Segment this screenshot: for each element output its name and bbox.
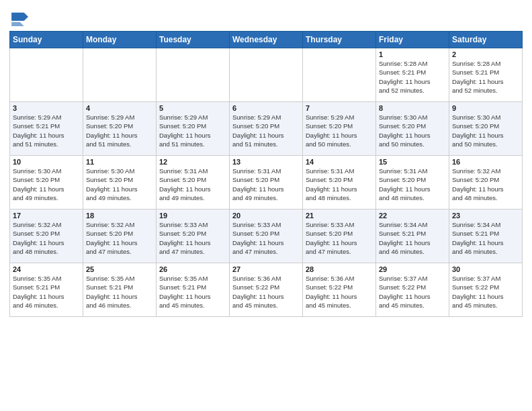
table-row: 19Sunrise: 5:33 AM Sunset: 5:20 PM Dayli… — [157, 210, 230, 263]
table-row: 12Sunrise: 5:31 AM Sunset: 5:20 PM Dayli… — [157, 156, 230, 210]
page: Sunday Monday Tuesday Wednesday Thursday… — [0, 0, 532, 411]
logo-icon — [9, 9, 28, 28]
day-number: 1 — [379, 50, 446, 58]
day-number: 18 — [86, 212, 153, 220]
day-number: 15 — [379, 158, 446, 166]
table-row: 20Sunrise: 5:33 AM Sunset: 5:20 PM Dayli… — [230, 210, 303, 263]
table-row: 15Sunrise: 5:31 AM Sunset: 5:20 PM Dayli… — [376, 156, 449, 210]
day-info: Sunrise: 5:28 AM Sunset: 5:21 PM Dayligh… — [379, 59, 446, 95]
day-number: 19 — [159, 212, 226, 220]
day-info: Sunrise: 5:36 AM Sunset: 5:22 PM Dayligh… — [232, 274, 300, 310]
table-row — [303, 48, 376, 102]
day-info: Sunrise: 5:28 AM Sunset: 5:21 PM Dayligh… — [452, 59, 519, 95]
calendar-row: 1Sunrise: 5:28 AM Sunset: 5:21 PM Daylig… — [10, 48, 523, 102]
day-number: 24 — [13, 265, 80, 273]
day-info: Sunrise: 5:30 AM Sunset: 5:20 PM Dayligh… — [379, 113, 446, 148]
table-row — [83, 48, 157, 102]
col-sunday: Sunday — [10, 32, 83, 48]
day-number: 14 — [306, 158, 373, 166]
day-info: Sunrise: 5:29 AM Sunset: 5:20 PM Dayligh… — [306, 113, 373, 148]
table-row: 2Sunrise: 5:28 AM Sunset: 5:21 PM Daylig… — [449, 48, 523, 102]
day-info: Sunrise: 5:35 AM Sunset: 5:21 PM Dayligh… — [86, 274, 153, 310]
day-number: 20 — [232, 212, 300, 220]
day-number: 26 — [159, 265, 226, 273]
day-number: 28 — [306, 265, 373, 273]
day-number: 13 — [232, 158, 300, 166]
table-row: 11Sunrise: 5:30 AM Sunset: 5:20 PM Dayli… — [83, 156, 157, 210]
table-row: 30Sunrise: 5:37 AM Sunset: 5:22 PM Dayli… — [449, 263, 523, 317]
day-number: 22 — [379, 212, 446, 220]
day-number: 30 — [452, 265, 519, 273]
day-info: Sunrise: 5:35 AM Sunset: 5:21 PM Dayligh… — [159, 274, 226, 310]
table-row: 21Sunrise: 5:33 AM Sunset: 5:20 PM Dayli… — [303, 210, 376, 263]
table-row: 9Sunrise: 5:30 AM Sunset: 5:20 PM Daylig… — [449, 102, 523, 156]
day-info: Sunrise: 5:29 AM Sunset: 5:20 PM Dayligh… — [159, 113, 226, 148]
svg-marker-2 — [11, 22, 24, 26]
calendar-row: 24Sunrise: 5:35 AM Sunset: 5:21 PM Dayli… — [10, 263, 523, 317]
table-row — [230, 48, 303, 102]
day-info: Sunrise: 5:29 AM Sunset: 5:21 PM Dayligh… — [13, 113, 80, 148]
header — [9, 7, 523, 28]
svg-marker-1 — [11, 13, 28, 21]
table-row: 29Sunrise: 5:37 AM Sunset: 5:22 PM Dayli… — [376, 263, 449, 317]
col-saturday: Saturday — [449, 32, 523, 48]
col-friday: Friday — [376, 32, 449, 48]
day-number: 16 — [452, 158, 519, 166]
calendar-header-row: Sunday Monday Tuesday Wednesday Thursday… — [10, 32, 523, 48]
day-number: 23 — [452, 212, 519, 220]
day-number: 7 — [306, 104, 373, 112]
day-number: 11 — [86, 158, 153, 166]
day-info: Sunrise: 5:30 AM Sunset: 5:20 PM Dayligh… — [86, 167, 153, 202]
table-row: 4Sunrise: 5:29 AM Sunset: 5:20 PM Daylig… — [83, 102, 157, 156]
calendar-table: Sunday Monday Tuesday Wednesday Thursday… — [9, 31, 523, 317]
col-tuesday: Tuesday — [157, 32, 230, 48]
table-row: 8Sunrise: 5:30 AM Sunset: 5:20 PM Daylig… — [376, 102, 449, 156]
day-number: 27 — [232, 265, 300, 273]
table-row: 3Sunrise: 5:29 AM Sunset: 5:21 PM Daylig… — [10, 102, 83, 156]
day-number: 25 — [86, 265, 153, 273]
day-number: 6 — [232, 104, 300, 112]
logo — [9, 9, 31, 28]
day-info: Sunrise: 5:37 AM Sunset: 5:22 PM Dayligh… — [452, 274, 519, 310]
day-info: Sunrise: 5:33 AM Sunset: 5:20 PM Dayligh… — [159, 220, 226, 256]
day-info: Sunrise: 5:31 AM Sunset: 5:20 PM Dayligh… — [306, 167, 373, 202]
day-number: 12 — [159, 158, 226, 166]
day-number: 2 — [452, 50, 519, 58]
table-row: 1Sunrise: 5:28 AM Sunset: 5:21 PM Daylig… — [376, 48, 449, 102]
col-monday: Monday — [83, 32, 157, 48]
day-info: Sunrise: 5:33 AM Sunset: 5:20 PM Dayligh… — [232, 220, 300, 256]
day-number: 21 — [306, 212, 373, 220]
table-row: 7Sunrise: 5:29 AM Sunset: 5:20 PM Daylig… — [303, 102, 376, 156]
day-info: Sunrise: 5:30 AM Sunset: 5:20 PM Dayligh… — [13, 167, 80, 202]
day-number: 4 — [86, 104, 153, 112]
day-info: Sunrise: 5:31 AM Sunset: 5:20 PM Dayligh… — [232, 167, 300, 202]
table-row: 14Sunrise: 5:31 AM Sunset: 5:20 PM Dayli… — [303, 156, 376, 210]
day-number: 9 — [452, 104, 519, 112]
day-info: Sunrise: 5:31 AM Sunset: 5:20 PM Dayligh… — [159, 167, 226, 202]
table-row: 25Sunrise: 5:35 AM Sunset: 5:21 PM Dayli… — [83, 263, 157, 317]
day-info: Sunrise: 5:36 AM Sunset: 5:22 PM Dayligh… — [306, 274, 373, 310]
table-row: 18Sunrise: 5:32 AM Sunset: 5:20 PM Dayli… — [83, 210, 157, 263]
table-row: 23Sunrise: 5:34 AM Sunset: 5:21 PM Dayli… — [449, 210, 523, 263]
day-info: Sunrise: 5:32 AM Sunset: 5:20 PM Dayligh… — [452, 167, 519, 202]
day-info: Sunrise: 5:37 AM Sunset: 5:22 PM Dayligh… — [379, 274, 446, 310]
table-row: 22Sunrise: 5:34 AM Sunset: 5:21 PM Dayli… — [376, 210, 449, 263]
calendar-row: 17Sunrise: 5:32 AM Sunset: 5:20 PM Dayli… — [10, 210, 523, 263]
table-row: 5Sunrise: 5:29 AM Sunset: 5:20 PM Daylig… — [157, 102, 230, 156]
day-number: 17 — [13, 212, 80, 220]
col-thursday: Thursday — [303, 32, 376, 48]
day-info: Sunrise: 5:29 AM Sunset: 5:20 PM Dayligh… — [232, 113, 300, 148]
table-row — [157, 48, 230, 102]
day-info: Sunrise: 5:29 AM Sunset: 5:20 PM Dayligh… — [86, 113, 153, 148]
day-info: Sunrise: 5:35 AM Sunset: 5:21 PM Dayligh… — [13, 274, 80, 310]
table-row: 27Sunrise: 5:36 AM Sunset: 5:22 PM Dayli… — [230, 263, 303, 317]
table-row: 6Sunrise: 5:29 AM Sunset: 5:20 PM Daylig… — [230, 102, 303, 156]
table-row: 26Sunrise: 5:35 AM Sunset: 5:21 PM Dayli… — [157, 263, 230, 317]
day-info: Sunrise: 5:34 AM Sunset: 5:21 PM Dayligh… — [452, 220, 519, 256]
day-number: 3 — [13, 104, 80, 112]
day-number: 5 — [159, 104, 226, 112]
col-wednesday: Wednesday — [230, 32, 303, 48]
table-row — [10, 48, 83, 102]
day-info: Sunrise: 5:34 AM Sunset: 5:21 PM Dayligh… — [379, 220, 446, 256]
calendar-row: 3Sunrise: 5:29 AM Sunset: 5:21 PM Daylig… — [10, 102, 523, 156]
